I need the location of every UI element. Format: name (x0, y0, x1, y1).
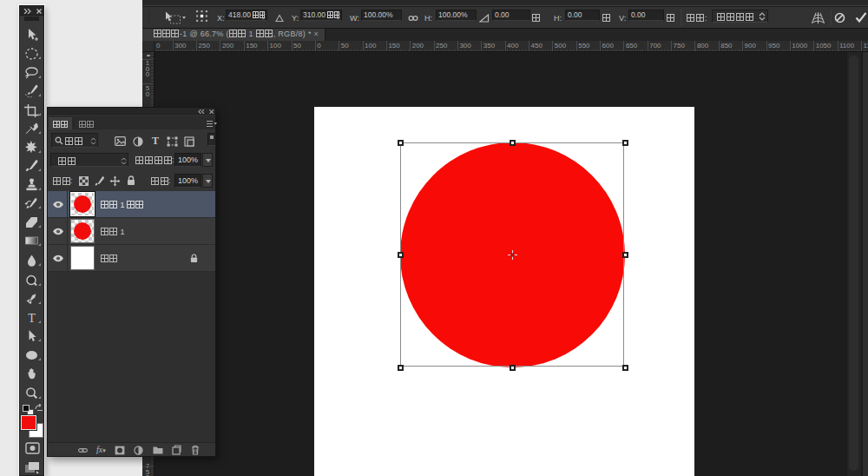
svg-text:T: T (28, 312, 36, 325)
